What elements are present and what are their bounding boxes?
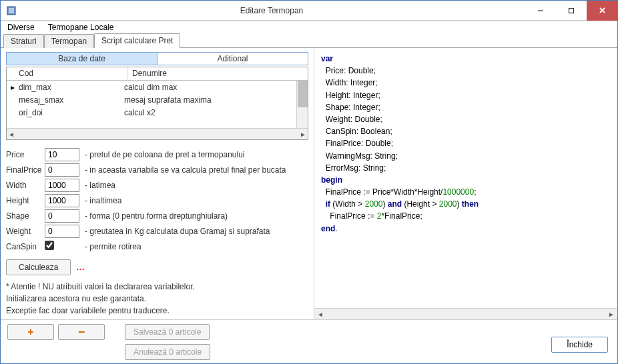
scroll-right-icon[interactable]: ► xyxy=(300,131,306,138)
tab-straturi[interactable]: Straturi xyxy=(3,34,44,48)
grid-header-denumire[interactable]: Denumire xyxy=(128,67,296,80)
grid-cell-den: calcul x2 xyxy=(120,108,308,117)
finalprice-input[interactable] xyxy=(45,163,79,177)
menu-termopane-locale[interactable]: Termopane Locale xyxy=(45,21,117,33)
code-editor[interactable]: var Price: Double; Width: Integer; Heigh… xyxy=(314,48,617,308)
shape-desc: - forma (0 pentru forma dreptunghiulara) xyxy=(85,211,228,221)
table-row[interactable]: ▸ dim_max calcul dim max xyxy=(7,81,308,93)
price-input[interactable] xyxy=(45,148,79,161)
finalprice-label: FinalPrice xyxy=(6,165,45,175)
form: Price - pretul de pe coloana de pret a t… xyxy=(6,147,308,254)
width-desc: - latimea xyxy=(85,181,115,190)
shape-input[interactable] xyxy=(45,209,79,223)
grid-header: Cod Denumire xyxy=(7,67,308,81)
app-icon xyxy=(5,4,18,17)
grid-cell-den: mesaj suprafata maxima xyxy=(120,95,308,105)
height-input[interactable] xyxy=(45,194,79,207)
data-grid: Cod Denumire ▸ dim_max calcul dim max me… xyxy=(6,67,308,140)
canspin-desc: - permite rotirea xyxy=(85,242,141,251)
grid-header-cod[interactable]: Cod xyxy=(15,67,128,80)
cancel-articles-button[interactable]: Anulează 0 articole xyxy=(125,344,210,360)
table-row[interactable]: mesaj_smax mesaj suprafata maxima xyxy=(7,93,308,106)
window: Editare Termopan Diverse Termopane Local… xyxy=(0,0,618,364)
notes: * Atentie ! NU atribuiti valori la decla… xyxy=(6,281,308,317)
inchide-button[interactable]: Închide xyxy=(551,337,608,353)
right-panel: var Price: Double; Width: Integer; Heigh… xyxy=(314,48,617,319)
finalprice-desc: - in aceasta variabila se va calcula pre… xyxy=(85,165,286,175)
footer: + − Salvează 0 articole Anulează 0 artic… xyxy=(1,319,617,363)
grid-body: ▸ dim_max calcul dim max mesaj_smax mesa… xyxy=(7,81,308,128)
save-articles-button[interactable]: Salvează 0 articole xyxy=(125,324,210,340)
minimize-button[interactable] xyxy=(525,1,556,21)
svg-rect-1 xyxy=(9,8,14,13)
grid-cell-cod: mesaj_smax xyxy=(15,95,120,105)
calc-status-dots: ... xyxy=(76,263,85,272)
weight-desc: - greutatea in Kg calculata dupa Gramaj … xyxy=(85,227,270,236)
left-panel: Baza de date Aditional Cod Denumire ▸ di… xyxy=(1,48,314,319)
menu-diverse[interactable]: Diverse xyxy=(5,21,37,33)
maximize-button[interactable] xyxy=(556,1,587,21)
note-line: Initializarea acestora nu este garantata… xyxy=(6,293,308,305)
weight-label: Weight xyxy=(6,227,45,236)
grid-horizontal-scrollbar[interactable]: ◄ ► xyxy=(7,128,308,139)
svg-rect-3 xyxy=(569,8,574,13)
grid-cell-den: calcul dim max xyxy=(120,83,308,92)
titlebar: Editare Termopan xyxy=(1,1,617,21)
remove-button[interactable]: − xyxy=(58,324,105,340)
tab-termopan[interactable]: Termopan xyxy=(44,34,94,48)
subtabs: Baza de date Aditional xyxy=(6,52,308,65)
price-label: Price xyxy=(6,150,45,159)
scroll-left-icon[interactable]: ◄ xyxy=(317,311,324,318)
subtab-aditional[interactable]: Aditional xyxy=(157,52,308,65)
window-title: Editare Termopan xyxy=(18,6,525,15)
subtab-baza-de-date[interactable]: Baza de date xyxy=(6,52,157,65)
grid-vertical-scrollbar[interactable] xyxy=(296,81,308,128)
tab-script-calculare-pret[interactable]: Script calculare Pret xyxy=(94,33,180,48)
calculeaza-button[interactable]: Calculeaza xyxy=(6,259,71,275)
height-label: Height xyxy=(6,196,45,205)
grid-cell-cod: ori_doi xyxy=(15,108,120,117)
note-line: * Atentie ! NU atribuiti valori la decla… xyxy=(6,281,308,293)
scroll-left-icon[interactable]: ◄ xyxy=(8,131,15,138)
scroll-thumb[interactable] xyxy=(298,81,308,107)
row-indicator-icon: ▸ xyxy=(7,83,15,92)
price-desc: - pretul de pe coloana de pret a termopa… xyxy=(85,150,245,159)
grid-cell-cod: dim_max xyxy=(15,83,120,92)
weight-input[interactable] xyxy=(45,225,79,238)
scroll-right-icon[interactable]: ► xyxy=(608,311,615,318)
shape-label: Shape xyxy=(6,211,45,221)
menubar: Diverse Termopane Locale xyxy=(1,21,617,33)
code-horizontal-scrollbar[interactable]: ◄ ► xyxy=(314,308,617,319)
height-desc: - inaltimea xyxy=(85,196,121,205)
tabs: Straturi Termopan Script calculare Pret xyxy=(1,33,617,48)
width-label: Width xyxy=(6,181,45,190)
table-row[interactable]: ori_doi calcul x2 xyxy=(7,106,308,119)
add-button[interactable]: + xyxy=(7,324,54,340)
close-button[interactable] xyxy=(587,1,617,21)
note-line: Exceptie fac doar variabilele pentru tra… xyxy=(6,305,308,317)
canspin-checkbox[interactable] xyxy=(45,241,54,250)
canspin-label: CanSpin xyxy=(6,242,45,251)
content: Baza de date Aditional Cod Denumire ▸ di… xyxy=(1,48,617,319)
width-input[interactable] xyxy=(45,179,79,192)
